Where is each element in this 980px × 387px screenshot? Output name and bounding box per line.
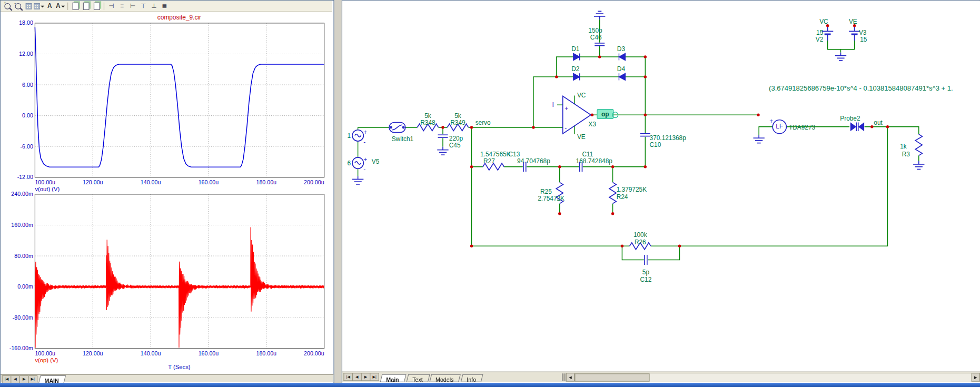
label-r349[interactable]: R349 xyxy=(450,119,466,126)
label-r26[interactable]: R26 xyxy=(635,239,646,246)
tab-text[interactable]: Text xyxy=(406,374,430,382)
battery-v2[interactable] xyxy=(822,26,833,41)
page-nav-last-button[interactable]: ▶| xyxy=(370,373,379,381)
scroll-left-button[interactable]: ◀ xyxy=(566,373,575,382)
op-node-highlight[interactable]: op xyxy=(597,110,618,119)
tab-info[interactable]: Info xyxy=(461,374,483,382)
label-r26-value[interactable]: 100k xyxy=(633,231,647,239)
distribute-button[interactable]: ≣ xyxy=(159,1,170,11)
capacitor-c12[interactable] xyxy=(645,255,647,265)
label-c11-value[interactable]: 168.742848p xyxy=(576,157,613,165)
label-v2[interactable]: V2 xyxy=(816,36,824,43)
label-v5[interactable]: V5 xyxy=(372,158,380,165)
label-x3[interactable]: X3 xyxy=(588,121,596,128)
page-nav-next-button[interactable]: ▶ xyxy=(361,373,370,381)
align-center-button[interactable]: ≡ xyxy=(117,1,127,11)
label-switch1[interactable]: Switch1 xyxy=(392,135,414,143)
capacitor-c46[interactable] xyxy=(595,43,605,46)
zoom-out-button[interactable]: - xyxy=(13,1,23,11)
tab-scroll-splitter[interactable] xyxy=(562,373,565,381)
label-c11[interactable]: C11 xyxy=(582,151,593,158)
resistor-r3[interactable] xyxy=(915,134,922,155)
label-v5-pin6[interactable]: 6 xyxy=(347,160,351,167)
label-opamp-vc[interactable]: VC xyxy=(577,92,586,99)
label-r27[interactable]: R27 xyxy=(483,157,495,165)
switch1[interactable] xyxy=(389,122,405,132)
capacitor-c10[interactable] xyxy=(640,134,650,136)
zoom-in-button[interactable]: + xyxy=(2,1,13,11)
label-c13-value[interactable]: 94.704768p xyxy=(517,157,550,165)
align-top-button[interactable]: ⊤ xyxy=(138,1,149,11)
label-r348[interactable]: R348 xyxy=(420,119,435,126)
label-r27-value[interactable]: 1.547565K xyxy=(480,151,510,158)
align-bottom-button[interactable]: ⊥ xyxy=(149,1,159,11)
label-r3[interactable]: R3 xyxy=(902,151,910,158)
align-right-button[interactable]: ⊢ xyxy=(127,1,138,11)
source-v5-sin-b[interactable] xyxy=(352,157,363,168)
vout-plot[interactable]: 100.00u120.00u140.00u160.00u180.00u200.0… xyxy=(17,19,324,185)
label-v3[interactable]: V3 xyxy=(859,29,867,36)
laplace-source-tda9273[interactable]: + LF xyxy=(769,117,786,134)
page-nav-first-button[interactable]: |◀ xyxy=(2,375,11,383)
diode-d4[interactable] xyxy=(619,73,625,80)
label-c45-value[interactable]: 220p xyxy=(449,135,463,142)
opamp-x3[interactable]: + - xyxy=(563,96,591,134)
page-nav-prev-button[interactable]: ◀ xyxy=(11,375,19,383)
label-probe2[interactable]: Probe2 xyxy=(840,115,860,122)
label-r24-value[interactable]: 1.379725K xyxy=(617,186,647,193)
page-nav-next-button[interactable]: ▶ xyxy=(19,375,28,383)
label-c46-value[interactable]: 150p xyxy=(588,27,602,34)
wires[interactable] xyxy=(358,19,919,260)
label-c12[interactable]: C12 xyxy=(640,276,652,283)
probe2-symbol[interactable] xyxy=(850,122,864,131)
label-v2-value[interactable]: 15 xyxy=(816,29,824,36)
label-c12-value[interactable]: 5p xyxy=(642,269,650,276)
schematic-canvas[interactable]: + - + LF xyxy=(342,1,979,372)
label-c13[interactable]: C13 xyxy=(508,151,520,158)
save-picture-button[interactable] xyxy=(91,1,102,11)
page-nav-last-button[interactable]: ▶| xyxy=(28,375,37,383)
label-r348-value[interactable]: 5k xyxy=(424,112,431,120)
label-vc-rail[interactable]: VC xyxy=(819,18,828,25)
capacitor-c45[interactable] xyxy=(438,135,448,137)
label-c10[interactable]: C10 xyxy=(650,141,661,148)
label-servo-node[interactable]: servo xyxy=(476,119,491,126)
tab-main-plot[interactable]: MAIN xyxy=(38,375,66,383)
scrollbar-track[interactable] xyxy=(575,373,971,382)
label-d1[interactable]: D1 xyxy=(571,45,580,53)
label-v3-value[interactable]: 15 xyxy=(860,36,867,43)
label-d3[interactable]: D3 xyxy=(617,45,626,53)
align-left-button[interactable]: ⊣ xyxy=(106,1,117,11)
label-opamp-ve[interactable]: VE xyxy=(577,134,586,141)
vop-trace-label[interactable]: v(op) (V) xyxy=(35,357,58,363)
resistor-r24[interactable] xyxy=(609,182,616,203)
tab-main[interactable]: Main xyxy=(380,374,407,382)
vout-trace-label[interactable]: v(out) (V) xyxy=(35,186,60,192)
select-mode-button[interactable] xyxy=(23,1,34,11)
diode-d2[interactable] xyxy=(573,73,580,80)
label-out-node[interactable]: out xyxy=(874,119,883,126)
label-r3-value[interactable]: 1k xyxy=(900,143,907,150)
page-nav-prev-button[interactable]: ◀ xyxy=(352,373,361,381)
label-d4[interactable]: D4 xyxy=(617,65,626,73)
label-c10-value[interactable]: 370.121368p xyxy=(650,134,687,142)
copy-page-button[interactable] xyxy=(81,1,91,11)
scrollbar-thumb[interactable] xyxy=(575,373,649,381)
label-r349-value[interactable]: 5k xyxy=(454,112,461,120)
label-tda9273[interactable]: TDA9273 xyxy=(789,124,816,131)
label-r25-value[interactable]: 2.75472K xyxy=(538,195,565,202)
label-r24[interactable]: R24 xyxy=(617,193,628,201)
text-format-button[interactable]: A xyxy=(55,1,65,11)
label-v5-pin1[interactable]: 1 xyxy=(347,132,351,140)
tab-models[interactable]: Models xyxy=(429,374,461,382)
transfer-function-text[interactable]: (3.67491825686759e-10*s^4 - 0.1038158480… xyxy=(769,84,953,92)
plot-client-area[interactable]: composite_9.cir 100.00u120.00u140.00u160… xyxy=(1,12,332,374)
source-v5-sin-a[interactable] xyxy=(352,130,363,141)
text-tool-button[interactable]: A xyxy=(44,1,55,11)
scroll-right-button[interactable]: ▶ xyxy=(971,373,980,382)
copy-to-clipboard-button[interactable] xyxy=(70,1,81,11)
page-nav-first-button[interactable]: |◀ xyxy=(343,373,352,381)
label-r25[interactable]: R25 xyxy=(540,188,552,195)
horizontal-scrollbar[interactable]: ◀ ▶ xyxy=(566,373,980,382)
label-c46[interactable]: C46 xyxy=(590,34,602,41)
